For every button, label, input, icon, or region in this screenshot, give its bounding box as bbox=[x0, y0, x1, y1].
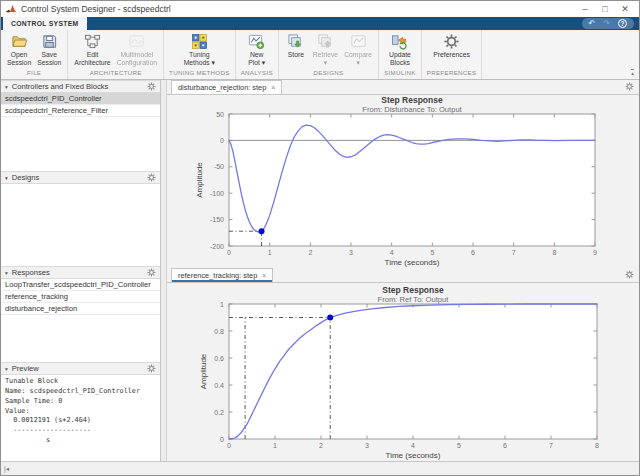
preview-text: Tunable Block Name: scdspeedctrl_PID_Con… bbox=[1, 375, 160, 448]
svg-text:7: 7 bbox=[549, 442, 553, 449]
compare-icon bbox=[350, 33, 367, 50]
svg-text:0: 0 bbox=[227, 442, 231, 449]
sidebar-collapse-handle[interactable]: |◂ bbox=[4, 465, 9, 473]
maximize-button[interactable]: □ bbox=[595, 1, 615, 17]
svg-text:From: Ref To: Output: From: Ref To: Output bbox=[378, 295, 450, 304]
controllers-list: scdspeedctrl_PID_Controller scdspeedctrl… bbox=[1, 93, 160, 171]
tab-reference-tracking-step[interactable]: reference_tracking: step × bbox=[171, 268, 273, 282]
close-icon[interactable]: × bbox=[262, 272, 266, 279]
titlebar: Control System Designer - scdspeedctrl –… bbox=[1, 1, 639, 17]
matlab-logo-icon bbox=[5, 3, 17, 15]
svg-text:7: 7 bbox=[512, 249, 516, 256]
svg-text:1: 1 bbox=[273, 442, 277, 449]
section-label-simulink: SIMULINK bbox=[382, 69, 418, 79]
ribbon-toolbar: Open Session Save Session FILE bbox=[1, 30, 639, 80]
toolstrip-tab-row: CONTROL SYSTEM ↶ ↷ ? bbox=[1, 17, 639, 30]
svg-text:From: Disturbance To: Output: From: Disturbance To: Output bbox=[362, 105, 462, 114]
designs-list bbox=[1, 184, 160, 266]
gear-icon[interactable] bbox=[625, 82, 634, 91]
chevron-down-icon: ▾ bbox=[5, 84, 8, 90]
svg-text:0: 0 bbox=[227, 249, 231, 256]
minimize-button[interactable]: – bbox=[575, 1, 595, 17]
help-icon[interactable]: ? bbox=[618, 19, 627, 28]
close-icon[interactable]: × bbox=[271, 84, 275, 91]
svg-text:3: 3 bbox=[365, 442, 369, 449]
svg-text:1: 1 bbox=[268, 249, 272, 256]
save-icon bbox=[41, 33, 58, 50]
multimodel-configuration-icon bbox=[128, 33, 145, 50]
new-plot-button[interactable]: New Plot ▾ bbox=[243, 32, 271, 68]
gear-icon[interactable] bbox=[147, 173, 156, 182]
ribbon-section-preferences: Preferences PREFERENCES bbox=[422, 30, 483, 79]
list-item-looptransfer[interactable]: LoopTransfer_scdspeedctrl_PID_Controller bbox=[1, 279, 160, 291]
preferences-button[interactable]: Preferences bbox=[430, 32, 473, 60]
section-header-designs[interactable]: ▾ Designs bbox=[1, 171, 160, 184]
svg-text:4: 4 bbox=[390, 249, 394, 256]
update-blocks-icon bbox=[391, 33, 408, 50]
section-label-analysis: ANALYSIS bbox=[239, 69, 275, 79]
tab-control-system[interactable]: CONTROL SYSTEM bbox=[3, 17, 87, 30]
gear-icon bbox=[443, 33, 460, 50]
section-title: Preview bbox=[12, 364, 39, 373]
svg-text:Amplitude: Amplitude bbox=[195, 162, 204, 198]
document-disturbance-rejection: disturbance_rejection: step × bbox=[167, 80, 639, 268]
ribbon-section-designs: Store Retrieve ▾ Compare ▾ bbox=[279, 30, 379, 79]
step-response-plot-reference[interactable]: 01234567800.20.40.60.81Step ResponseFrom… bbox=[167, 283, 639, 461]
svg-text:1: 1 bbox=[220, 301, 224, 308]
open-folder-icon bbox=[11, 33, 28, 50]
ribbon-section-analysis: New Plot ▾ ANALYSIS bbox=[236, 30, 279, 79]
store-icon bbox=[287, 33, 304, 50]
svg-text:8: 8 bbox=[552, 249, 556, 256]
open-session-button[interactable]: Open Session bbox=[4, 32, 34, 68]
section-label-tuning-methods: TUNING METHODS bbox=[167, 69, 232, 79]
gear-icon[interactable] bbox=[147, 82, 156, 91]
edit-architecture-button[interactable]: Edit Architecture bbox=[71, 32, 113, 68]
chevron-down-icon: ▾ bbox=[5, 270, 8, 276]
retrieve-icon bbox=[317, 33, 334, 50]
control-system-designer-window: Control System Designer - scdspeedctrl –… bbox=[0, 0, 640, 476]
update-blocks-button[interactable]: Update Blocks bbox=[386, 32, 414, 68]
svg-text:Step Response: Step Response bbox=[382, 285, 444, 295]
plot-canvas-bottom: 01234567800.20.40.60.81Step ResponseFrom… bbox=[167, 283, 639, 461]
section-header-preview[interactable]: ▾ Preview bbox=[1, 362, 160, 375]
ribbon-section-tuning-methods: Tuning Methods ▾ TUNING METHODS bbox=[164, 30, 236, 79]
list-item-reference-filter[interactable]: scdspeedctrl_Reference_Filter bbox=[1, 105, 160, 117]
svg-text:8: 8 bbox=[595, 442, 599, 449]
gear-icon[interactable] bbox=[147, 364, 156, 373]
svg-text:Step Response: Step Response bbox=[381, 95, 443, 105]
document-area: disturbance_rejection: step × bbox=[167, 80, 639, 461]
list-item-pid-controller[interactable]: scdspeedctrl_PID_Controller bbox=[1, 93, 160, 105]
store-button[interactable]: Store bbox=[282, 32, 310, 60]
section-title: Designs bbox=[12, 173, 39, 182]
tab-disturbance-rejection-step[interactable]: disturbance_rejection: step × bbox=[171, 80, 282, 94]
multimodel-configuration-button: Multimodel Configuration bbox=[114, 32, 160, 68]
svg-text:0.6: 0.6 bbox=[214, 355, 224, 362]
svg-text:50: 50 bbox=[216, 111, 224, 118]
step-response-plot-disturbance[interactable]: 0123456789-200-150-100-50050Step Respons… bbox=[167, 95, 639, 268]
section-header-controllers[interactable]: ▾ Controllers and Fixed Blocks bbox=[1, 80, 160, 93]
save-session-button[interactable]: Save Session bbox=[34, 32, 64, 68]
svg-text:6: 6 bbox=[471, 249, 475, 256]
list-item-reference-tracking[interactable]: reference_tracking bbox=[1, 291, 160, 303]
svg-text:2: 2 bbox=[319, 442, 323, 449]
window-title: Control System Designer - scdspeedctrl bbox=[21, 4, 171, 14]
svg-text:0: 0 bbox=[220, 436, 224, 443]
document-tabbar-bottom: reference_tracking: step × bbox=[167, 268, 639, 283]
quick-access-bar: ↶ ↷ ? bbox=[582, 18, 634, 29]
svg-text:Amplitude: Amplitude bbox=[199, 353, 208, 389]
close-button[interactable]: ✕ bbox=[615, 1, 635, 17]
section-title: Controllers and Fixed Blocks bbox=[12, 82, 109, 91]
preview-panel: Tunable Block Name: scdspeedctrl_PID_Con… bbox=[1, 375, 160, 461]
gear-icon[interactable] bbox=[147, 268, 156, 277]
list-item-disturbance-rejection[interactable]: disturbance_rejection bbox=[1, 303, 160, 315]
gear-icon[interactable] bbox=[625, 270, 634, 279]
undo-icon[interactable]: ↶ bbox=[589, 19, 596, 29]
responses-list: LoopTransfer_scdspeedctrl_PID_Controller… bbox=[1, 279, 160, 362]
plot-canvas-top: 0123456789-200-150-100-50050Step Respons… bbox=[167, 95, 639, 272]
tuning-methods-button[interactable]: Tuning Methods ▾ bbox=[181, 32, 218, 68]
svg-text:Time (seconds): Time (seconds) bbox=[385, 258, 440, 267]
collapse-ribbon-icon[interactable]: ▴ bbox=[631, 69, 634, 76]
section-header-responses[interactable]: ▾ Responses bbox=[1, 266, 160, 279]
new-plot-icon bbox=[248, 33, 265, 50]
svg-text:0.8: 0.8 bbox=[214, 328, 224, 335]
